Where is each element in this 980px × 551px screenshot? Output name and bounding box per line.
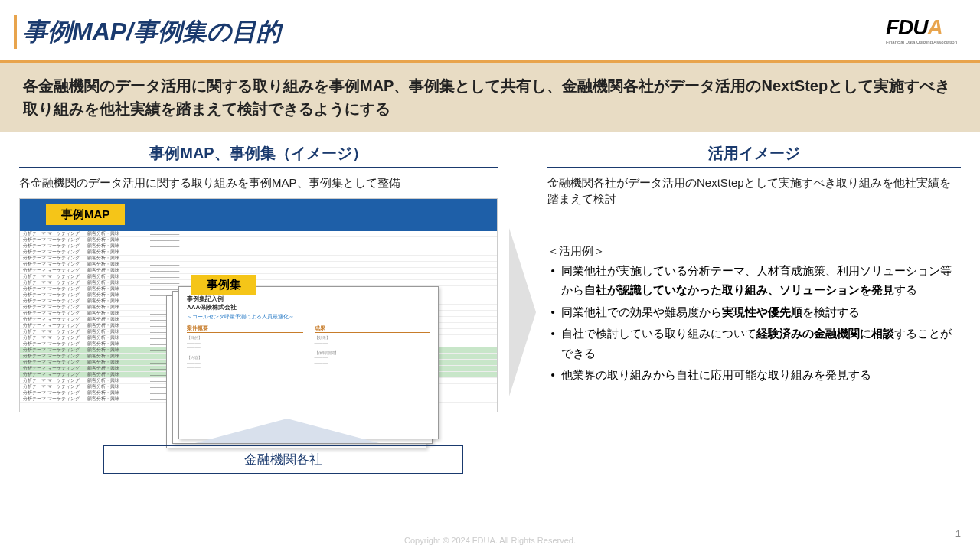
left-section-desc: 各金融機関のデータ活用に関する取り組みを事例MAP、事例集として整備: [19, 174, 498, 191]
doc-page-front: 事例集記入例 AAA保険株式会社 ～コールセンタ呼量予測による人員最適化～ 案件…: [178, 286, 439, 439]
arrow-right-icon: [509, 228, 536, 396]
usage-list: 同業他社が実施している分析テーマ、人材育成施策、利用ソリューション等から自社が認…: [547, 261, 961, 385]
usage-heading: ＜活用例＞: [547, 241, 961, 261]
illustration-area: 分析テーママーケティング顧客分析・興味─────────分析テーママーケティング…: [19, 198, 498, 435]
usage-item: 同業他社が実施している分析テーマ、人材育成施策、利用ソリューション等から自社が認…: [547, 261, 961, 300]
purpose-statement: 各金融機関のデータ活用に関する取り組みを事例MAP、事例集として共有し、金融機関…: [0, 63, 980, 132]
usage-item: 他業界の取り組みから自社に応用可能な取り組みを発見する: [547, 365, 961, 385]
collection-label: 事例集: [191, 275, 256, 295]
right-section-desc: 金融機関各社がデータ活用のNextStepとして実施すべき取り組みを他社実績を踏…: [547, 174, 961, 207]
page-title: 事例MAP/事例集の目的: [23, 15, 281, 49]
left-section-title: 事例MAP、事例集（イメージ）: [19, 143, 498, 168]
copyright: Copyright © 2024 FDUA. All Rights Reserv…: [404, 536, 576, 545]
usage-item: 同業他社での効果や難易度から実現性や優先順を検討する: [547, 302, 961, 322]
arrow-up-icon: [195, 419, 379, 443]
right-section-title: 活用イメージ: [547, 143, 961, 168]
usage-item: 自社で検討している取り組みについて経験済みの金融機関に相談することができる: [547, 324, 961, 363]
bottom-label: 金融機関各社: [103, 445, 463, 474]
map-label: 事例MAP: [46, 204, 125, 225]
logo: FDUA Financial Data Utilizing Associatio…: [886, 15, 957, 44]
page-number: 1: [956, 528, 961, 540]
